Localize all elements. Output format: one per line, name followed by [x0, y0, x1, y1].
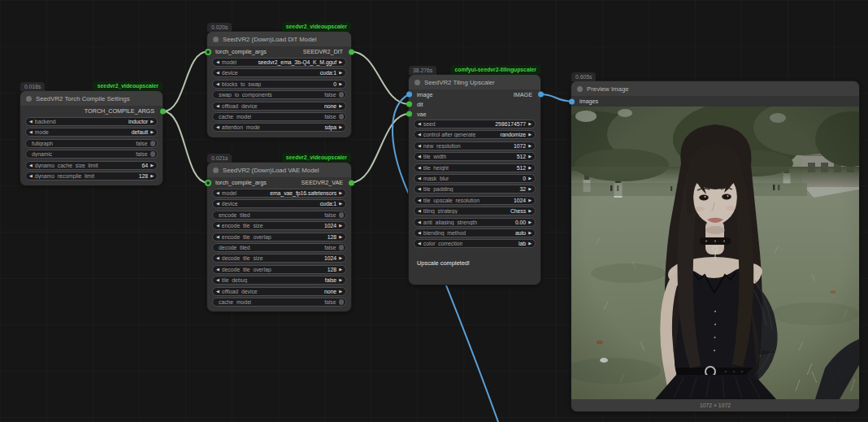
increment-arrow-icon[interactable]: ▶	[150, 130, 154, 134]
widget-tile_debug[interactable]: ◀tile_debugfalse▶	[212, 276, 346, 285]
widget-encode_tiled[interactable]: encode_tiledfalse	[212, 211, 346, 220]
widget-mask_blur[interactable]: ◀mask_blur0▶	[414, 174, 536, 183]
decrement-arrow-icon[interactable]: ◀	[418, 231, 421, 235]
widget-tile_width[interactable]: ◀tile_width512▶	[414, 152, 536, 161]
toggle-knob-icon[interactable]	[339, 245, 345, 250]
node-title-bar[interactable]: SeedVR2 (Down)Load DiT Model	[207, 32, 351, 46]
increment-arrow-icon[interactable]: ▶	[528, 144, 532, 148]
output-slot-icon[interactable]	[349, 180, 354, 185]
node-vae-loader[interactable]: 0.021s seedvr2_videoupscaler SeedVR2 (Do…	[207, 163, 351, 311]
decrement-arrow-icon[interactable]: ◀	[216, 235, 219, 239]
widget-tiling_strategy[interactable]: ◀tiling_strategyChess▶	[414, 207, 536, 215]
increment-arrow-icon[interactable]: ▶	[150, 163, 154, 167]
decrement-arrow-icon[interactable]: ◀	[216, 191, 219, 195]
increment-arrow-icon[interactable]: ▶	[339, 289, 342, 294]
node-torch-compile-settings[interactable]: 0.018s seedvr2_videoupscaler SeedVR2 Tor…	[20, 91, 163, 185]
input-slot-icon[interactable]	[406, 92, 412, 98]
increment-arrow-icon[interactable]: ▶	[339, 224, 342, 228]
increment-arrow-icon[interactable]: ▶	[339, 278, 342, 282]
output-slot-icon[interactable]	[349, 49, 354, 54]
decrement-arrow-icon[interactable]: ◀	[216, 289, 219, 294]
widget-decode_tiled[interactable]: decode_tiledfalse	[212, 243, 346, 252]
widget-swap_io_components[interactable]: swap_io_componentsfalse	[212, 90, 346, 99]
node-title-bar[interactable]: SeedVR2 Torch Compile Settings	[20, 91, 163, 106]
decrement-arrow-icon[interactable]: ◀	[418, 241, 421, 246]
increment-arrow-icon[interactable]: ▶	[339, 268, 342, 272]
input-slot-icon[interactable]	[406, 111, 412, 117]
decrement-arrow-icon[interactable]: ◀	[29, 120, 33, 124]
widget-device[interactable]: ◀devicecuda:1▶	[212, 199, 346, 208]
increment-arrow-icon[interactable]: ▶	[339, 104, 342, 108]
widget-cache_model[interactable]: cache_modelfalse	[212, 112, 346, 121]
widget-dynamic[interactable]: dynamicfalse	[25, 150, 158, 159]
decrement-arrow-icon[interactable]: ◀	[29, 130, 33, 134]
increment-arrow-icon[interactable]: ▶	[150, 120, 154, 124]
increment-arrow-icon[interactable]: ▶	[528, 154, 532, 159]
widget-control-after-generate[interactable]: ◀control after generaterandomize▶	[414, 130, 536, 139]
widget-anti_aliasing_strength[interactable]: ◀anti_aliasing_strength0.00▶	[414, 218, 536, 227]
decrement-arrow-icon[interactable]: ◀	[216, 82, 219, 86]
increment-arrow-icon[interactable]: ▶	[528, 133, 532, 137]
widget-attention_mode[interactable]: ◀attention_modesdpa▶	[212, 123, 346, 132]
increment-arrow-icon[interactable]: ▶	[339, 125, 342, 129]
node-title-bar[interactable]: Preview Image	[571, 81, 859, 96]
node-tiling-upscaler[interactable]: 38.276s comfyui-seedvr2-tilingupscaler S…	[409, 75, 540, 285]
widget-tile_upscale_resolution[interactable]: ◀tile_upscale_resolution1024▶	[414, 196, 536, 205]
widget-fullgraph[interactable]: fullgraphfalse	[25, 139, 158, 148]
widget-model[interactable]: ◀modelseedvr2_ema_3b-Q4_K_M.gguf▶	[212, 58, 346, 67]
toggle-knob-icon[interactable]	[150, 141, 156, 146]
decrement-arrow-icon[interactable]: ◀	[418, 122, 421, 126]
collapse-dot-icon[interactable]	[577, 86, 583, 92]
widget-color_correction[interactable]: ◀color_correctionlab▶	[414, 239, 536, 248]
increment-arrow-icon[interactable]: ▶	[528, 187, 532, 191]
increment-arrow-icon[interactable]: ▶	[339, 202, 342, 206]
widget-dynamo_recompile_limit[interactable]: ◀dynamo_recompile_limit128▶	[25, 172, 158, 181]
widget-new_resolution[interactable]: ◀new_resolution1072▶	[414, 141, 536, 150]
collapse-dot-icon[interactable]	[26, 96, 32, 102]
node-preview-image[interactable]: 0.605s Preview Image images	[571, 81, 859, 411]
widget-encode_tile_overlap[interactable]: ◀encode_tile_overlap128▶	[212, 233, 346, 241]
widget-backend[interactable]: ◀backendinductor▶	[25, 117, 158, 126]
toggle-knob-icon[interactable]	[339, 114, 345, 120]
increment-arrow-icon[interactable]: ▶	[528, 241, 532, 246]
decrement-arrow-icon[interactable]: ◀	[216, 125, 219, 129]
increment-arrow-icon[interactable]: ▶	[339, 71, 342, 75]
increment-arrow-icon[interactable]: ▶	[339, 60, 342, 64]
widget-offload_device[interactable]: ◀offload_devicenone▶	[212, 102, 346, 111]
decrement-arrow-icon[interactable]: ◀	[418, 198, 421, 202]
widget-tile_padding[interactable]: ◀tile_padding32▶	[414, 185, 536, 194]
toggle-knob-icon[interactable]	[150, 151, 156, 157]
increment-arrow-icon[interactable]: ▶	[528, 220, 532, 224]
decrement-arrow-icon[interactable]: ◀	[216, 278, 219, 282]
collapse-dot-icon[interactable]	[213, 167, 219, 173]
increment-arrow-icon[interactable]: ▶	[528, 122, 532, 126]
decrement-arrow-icon[interactable]: ◀	[418, 144, 421, 148]
collapse-dot-icon[interactable]	[414, 80, 420, 85]
widget-tile_height[interactable]: ◀tile_height512▶	[414, 163, 536, 172]
decrement-arrow-icon[interactable]: ◀	[418, 133, 421, 137]
node-dit-loader[interactable]: 0.020s seedvr2_videoupscaler SeedVR2 (Do…	[207, 32, 351, 137]
output-slot-icon[interactable]	[160, 108, 166, 114]
node-title-bar[interactable]: SeedVR2 (Down)Load VAE Model	[207, 163, 351, 177]
widget-blocks_to_swap[interactable]: ◀blocks_to_swap0▶	[212, 80, 346, 89]
increment-arrow-icon[interactable]: ▶	[528, 231, 532, 235]
widget-decode_tile_size[interactable]: ◀decode_tile_size1024▶	[212, 254, 346, 263]
increment-arrow-icon[interactable]: ▶	[339, 191, 342, 195]
decrement-arrow-icon[interactable]: ◀	[418, 166, 421, 170]
widget-seed[interactable]: ◀seed2986174577▶	[414, 120, 536, 128]
decrement-arrow-icon[interactable]: ◀	[418, 176, 421, 181]
input-slot-icon[interactable]	[406, 102, 412, 107]
widget-mode[interactable]: ◀modedefault▶	[25, 128, 158, 137]
decrement-arrow-icon[interactable]: ◀	[216, 224, 219, 228]
decrement-arrow-icon[interactable]: ◀	[29, 163, 33, 167]
increment-arrow-icon[interactable]: ▶	[528, 176, 532, 181]
decrement-arrow-icon[interactable]: ◀	[216, 104, 219, 108]
increment-arrow-icon[interactable]: ▶	[150, 174, 154, 178]
widget-decode_tile_overlap[interactable]: ◀decode_tile_overlap128▶	[212, 265, 346, 274]
toggle-knob-icon[interactable]	[339, 92, 345, 98]
decrement-arrow-icon[interactable]: ◀	[29, 174, 33, 178]
decrement-arrow-icon[interactable]: ◀	[216, 71, 219, 75]
increment-arrow-icon[interactable]: ▶	[528, 166, 532, 170]
widget-offload_device[interactable]: ◀offload_devicenone▶	[212, 287, 346, 296]
widget-cache_model[interactable]: cache_modelfalse	[212, 298, 346, 307]
